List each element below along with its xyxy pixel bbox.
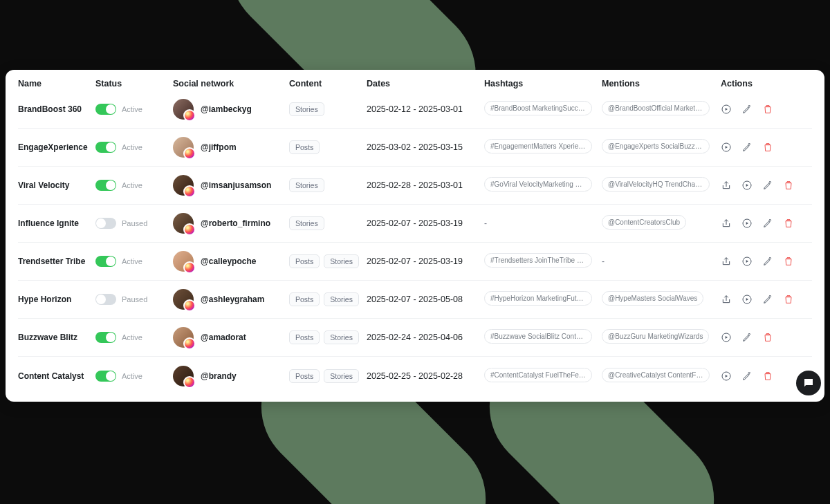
play-icon[interactable] xyxy=(721,371,732,382)
content-badge: Stories xyxy=(324,369,359,383)
social-handle[interactable]: @iambeckyg xyxy=(201,104,252,114)
actions-cell xyxy=(721,256,812,267)
col-header-status: Status xyxy=(95,79,173,88)
dates-cell: 2025-02-07 - 2025-03-19 xyxy=(367,218,484,228)
status-toggle[interactable] xyxy=(95,218,116,229)
social-handle[interactable]: @imsanjusamson xyxy=(201,180,271,190)
status-label: Active xyxy=(122,333,142,342)
content-badge: Stories xyxy=(289,178,324,192)
play-icon[interactable] xyxy=(721,142,732,153)
mentions-cell: - xyxy=(602,256,721,266)
content-badge: Stories xyxy=(289,102,324,116)
social-handle[interactable]: @amadorat xyxy=(201,333,246,342)
hashtags-cell: - xyxy=(484,218,602,228)
campaign-name: Content Catalyst xyxy=(18,371,95,381)
edit-icon[interactable] xyxy=(762,218,773,229)
hashtags-pill: #HypeHorizon MarketingFuture BrandBuzz xyxy=(484,291,592,306)
dates-cell: 2025-03-02 - 2025-03-15 xyxy=(367,142,484,152)
status-label: Paused xyxy=(122,295,147,304)
chat-launcher-button[interactable] xyxy=(796,371,821,395)
hashtags-cell: #EngagementMatters XperienceMarketing I xyxy=(484,139,602,156)
delete-icon[interactable] xyxy=(783,180,794,191)
hashtags-cell: #BrandBoost MarketingSuccess BrandGrow xyxy=(484,101,602,118)
status-toggle[interactable] xyxy=(95,142,116,153)
actions-cell xyxy=(721,294,812,305)
hashtags-pill: #Trendsetters JoinTheTribe NextBigThing xyxy=(484,253,592,268)
campaign-name: Viral Velocity xyxy=(18,180,95,190)
content-cell: PostsStories xyxy=(289,330,367,344)
play-icon[interactable] xyxy=(721,104,732,115)
delete-icon[interactable] xyxy=(762,104,773,115)
content-cell: Stories xyxy=(289,102,367,116)
campaigns-table: Name Status Social network Content Dates… xyxy=(6,70,824,402)
campaign-name: Influence Ignite xyxy=(18,218,95,228)
edit-icon[interactable] xyxy=(741,104,753,115)
delete-icon[interactable] xyxy=(762,371,773,382)
mentions-cell: @ViralVelocityHQ TrendChasers xyxy=(602,177,721,194)
status-toggle[interactable] xyxy=(95,294,116,305)
col-header-dates: Dates xyxy=(367,79,484,88)
hashtags-pill: #GoViral VelocityMarketing TrendingNow xyxy=(484,177,592,192)
share-icon[interactable] xyxy=(721,294,732,305)
mentions-pill: @ViralVelocityHQ TrendChasers xyxy=(602,177,710,192)
delete-icon[interactable] xyxy=(783,218,794,229)
delete-icon[interactable] xyxy=(762,332,773,343)
col-header-mentions: Mentions xyxy=(602,79,721,88)
avatar xyxy=(173,137,194,158)
social-handle[interactable]: @brandy xyxy=(201,371,237,381)
dates-cell: 2025-02-07 - 2025-05-08 xyxy=(367,295,484,304)
table-row: Buzzwave BlitzActive@amadoratPostsStorie… xyxy=(18,319,812,357)
col-header-social: Social network xyxy=(173,79,289,88)
delete-icon[interactable] xyxy=(783,256,794,267)
play-icon[interactable] xyxy=(721,332,732,343)
edit-icon[interactable] xyxy=(762,294,773,305)
status-label: Active xyxy=(122,105,142,113)
social-handle[interactable]: @jiffpom xyxy=(201,142,237,152)
share-icon[interactable] xyxy=(721,218,732,229)
status-toggle[interactable] xyxy=(95,256,116,267)
mentions-pill: @BuzzGuru MarketingWizards xyxy=(602,329,709,344)
status-label: Active xyxy=(122,143,142,151)
delete-icon[interactable] xyxy=(783,294,794,305)
edit-icon[interactable] xyxy=(762,256,773,267)
hashtags-pill: #BrandBoost MarketingSuccess BrandGrow xyxy=(484,101,592,115)
social-cell: @imsanjusamson xyxy=(173,175,289,196)
social-cell: @roberto_firmino xyxy=(173,213,289,234)
table-row: Influence IgnitePaused@roberto_firminoSt… xyxy=(18,205,812,243)
social-handle[interactable]: @roberto_firmino xyxy=(201,218,270,228)
status-toggle[interactable] xyxy=(95,104,116,115)
mentions-pill: @HypeMasters SocialWaves xyxy=(602,291,703,306)
content-badge: Posts xyxy=(289,292,320,306)
play-icon[interactable] xyxy=(741,256,753,267)
play-icon[interactable] xyxy=(741,218,753,229)
status-label: Paused xyxy=(122,219,147,227)
avatar xyxy=(173,213,194,234)
edit-icon[interactable] xyxy=(741,371,753,382)
hashtags-pill: #EngagementMatters XperienceMarketing I xyxy=(484,139,592,153)
content-badge: Posts xyxy=(289,369,320,383)
social-handle[interactable]: @ashleygraham xyxy=(201,295,264,304)
edit-icon[interactable] xyxy=(762,180,773,191)
share-icon[interactable] xyxy=(721,180,732,191)
status-toggle[interactable] xyxy=(95,332,116,343)
share-icon[interactable] xyxy=(721,256,732,267)
table-row: Trendsetter TribeActive@calleypochePosts… xyxy=(18,243,812,281)
status-label: Active xyxy=(122,257,142,265)
edit-icon[interactable] xyxy=(741,142,753,153)
hashtags-cell: #GoViral VelocityMarketing TrendingNow xyxy=(484,177,602,194)
social-cell: @calleypoche xyxy=(173,251,289,272)
actions-cell xyxy=(721,332,812,343)
play-icon[interactable] xyxy=(741,294,753,305)
avatar xyxy=(173,175,194,196)
social-handle[interactable]: @calleypoche xyxy=(201,256,256,266)
delete-icon[interactable] xyxy=(762,142,773,153)
edit-icon[interactable] xyxy=(741,332,753,343)
actions-cell xyxy=(721,142,812,153)
status-toggle[interactable] xyxy=(95,371,116,382)
status-cell: Active xyxy=(95,180,173,191)
content-badge: Stories xyxy=(324,254,359,268)
dates-cell: 2025-02-07 - 2025-03-19 xyxy=(367,256,484,266)
status-toggle[interactable] xyxy=(95,180,116,191)
play-icon[interactable] xyxy=(741,180,753,191)
content-badge: Posts xyxy=(289,330,320,344)
